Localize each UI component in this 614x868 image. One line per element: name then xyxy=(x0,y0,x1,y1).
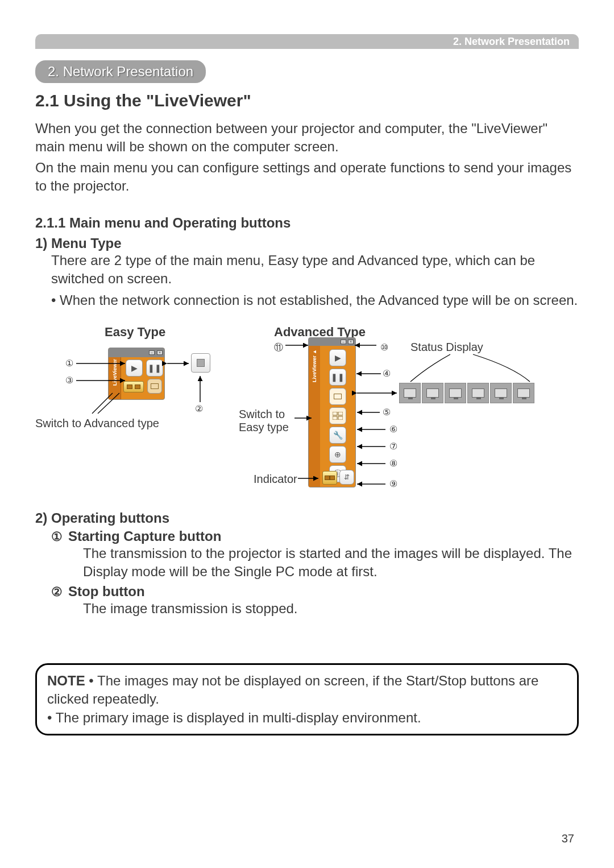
op-item-1-head: ①Starting Capture button xyxy=(51,528,579,544)
easy-brand-text: LiveViewer xyxy=(112,359,118,386)
menu-type-bullet: • When the network connection is not est… xyxy=(51,291,579,309)
callout-11: ⑪ xyxy=(273,342,284,353)
intro-para-2: On the main menu you can configure setti… xyxy=(35,159,579,196)
globe-icon: ⊕ xyxy=(334,450,341,459)
callout-1: ① xyxy=(64,358,75,369)
subsection-title: 2.1.1 Main menu and Operating buttons xyxy=(35,215,579,231)
callout-3: ③ xyxy=(64,375,75,386)
breadcrumb: 2. Network Presentation xyxy=(453,36,570,48)
status-display-row xyxy=(399,383,534,403)
note-box: NOTE • The images may not be displayed o… xyxy=(35,663,579,735)
op-item-1-desc: The transmission to the projector is sta… xyxy=(83,544,579,581)
callout-1-inline: ① xyxy=(51,530,66,544)
close-icon: × xyxy=(348,340,354,344)
status-slot xyxy=(467,383,489,403)
menu-type-head: 1) Menu Type xyxy=(35,235,579,251)
op-item-2-head: ②Stop button xyxy=(51,584,579,600)
page-number: 37 xyxy=(562,832,574,845)
callout-2-inline: ② xyxy=(51,585,66,600)
callout-10: ⑩ xyxy=(379,342,390,353)
header-bar: 2. Network Presentation xyxy=(35,34,579,49)
wrench-icon: 🔧 xyxy=(333,431,343,440)
adv-start-button[interactable]: ▶ xyxy=(329,349,346,366)
status-slot xyxy=(490,383,512,403)
adv-network-button[interactable]: ⊕ xyxy=(329,446,346,463)
advanced-indicator xyxy=(322,471,337,485)
advanced-widget: – × ◂ LiveViewer ▶ ❚❚ 🔧 ⊕ ⓘ xyxy=(308,337,356,487)
chapter-pill: 2. Network Presentation xyxy=(35,60,206,83)
op-item-1-title: Starting Capture button xyxy=(68,528,221,544)
monitor-icon xyxy=(517,388,530,398)
advanced-titlebar: – × xyxy=(309,338,355,346)
status-slot xyxy=(422,383,443,403)
start-capture-button[interactable]: ▶ xyxy=(126,359,143,377)
operating-head: 2) Operating buttons xyxy=(35,510,579,526)
svg-rect-1 xyxy=(338,412,343,415)
switch-to-advanced-label: Switch to Advanced type xyxy=(35,417,159,430)
advanced-side-tab: ◂ LiveViewer xyxy=(309,346,320,487)
monitor-icon xyxy=(449,388,462,398)
note-line-2: • The primary image is displayed in mult… xyxy=(47,709,567,727)
op-item-2-desc: The image transmission is stopped. xyxy=(83,600,579,618)
diagram-area: Easy Type Advanced Type – × ▾ LiveViewer… xyxy=(35,321,579,503)
callout-4: ④ xyxy=(381,368,392,379)
svg-rect-2 xyxy=(333,416,337,420)
easy-type-label: Easy Type xyxy=(105,325,165,340)
display-mode-button[interactable] xyxy=(147,379,162,394)
op-item-2-title: Stop button xyxy=(68,584,145,599)
callout-2: ② xyxy=(193,403,205,415)
indicator-label: Indicator xyxy=(254,473,297,486)
callout-9: ⑨ xyxy=(388,478,399,490)
easy-widget: – × ▾ LiveViewer ▶ ❚❚ xyxy=(108,348,165,400)
adv-display-button[interactable] xyxy=(329,388,346,405)
status-slot xyxy=(399,383,421,403)
stop-button-float[interactable] xyxy=(191,353,210,373)
status-slot xyxy=(445,383,466,403)
stop-icon xyxy=(197,359,205,367)
svg-rect-0 xyxy=(333,412,337,415)
chevron-left-icon: ◂ xyxy=(313,348,316,354)
adv-settings-button[interactable]: 🔧 xyxy=(329,427,346,444)
svg-rect-3 xyxy=(338,416,343,420)
callout-7: ⑦ xyxy=(388,441,399,452)
monitor-icon xyxy=(151,383,159,389)
menu-type-desc: There are 2 type of the main menu, Easy … xyxy=(51,251,579,288)
indicator-bar xyxy=(123,381,144,392)
callout-5: ⑤ xyxy=(381,407,392,418)
minimize-icon: – xyxy=(341,340,346,344)
status-display-label: Status Display xyxy=(410,341,483,354)
status-slot xyxy=(513,383,534,403)
operating-list: ①Starting Capture button The transmissio… xyxy=(51,528,579,618)
adv-connect-button[interactable]: ⇵ xyxy=(339,470,354,485)
callout-6: ⑥ xyxy=(388,424,399,435)
advanced-brand-text: LiveViewer xyxy=(312,356,317,382)
multi-monitor-icon xyxy=(333,412,343,420)
monitor-icon xyxy=(495,388,507,398)
link-icon: ⇵ xyxy=(344,473,350,481)
callout-8: ⑧ xyxy=(388,458,399,469)
note-label: NOTE xyxy=(47,673,85,688)
intro-para-1: When you get the connection between your… xyxy=(35,119,579,156)
monitor-icon xyxy=(334,394,342,399)
monitor-icon xyxy=(472,388,484,398)
adv-pause-button[interactable]: ❚❚ xyxy=(329,369,346,386)
pause-button[interactable]: ❚❚ xyxy=(146,359,163,377)
note-text-1: • The images may not be displayed on scr… xyxy=(47,673,538,706)
adv-multi-button[interactable] xyxy=(329,407,346,424)
switch-to-easy-label: Switch to Easy type xyxy=(239,408,301,434)
note-line-1: NOTE • The images may not be displayed o… xyxy=(47,672,567,709)
section-title: 2.1 Using the "LiveViewer" xyxy=(35,91,579,110)
monitor-icon xyxy=(426,388,439,398)
monitor-icon xyxy=(404,388,416,398)
